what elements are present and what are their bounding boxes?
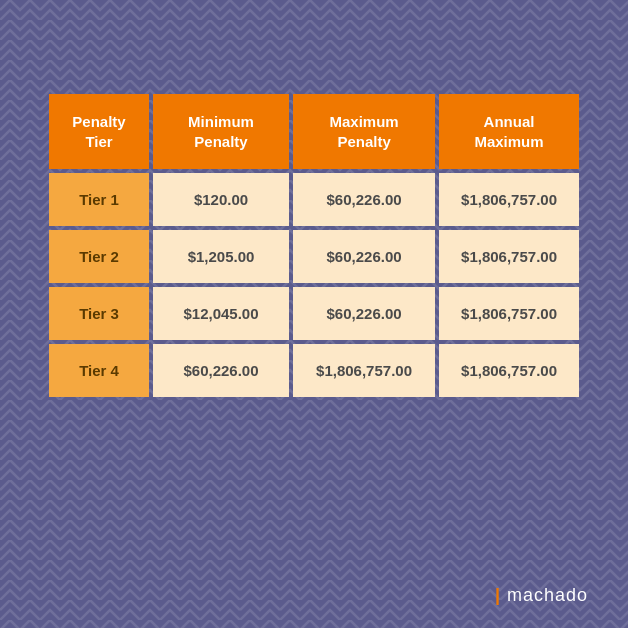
cell-annual-max: $1,806,757.00 — [439, 287, 579, 340]
cell-min-penalty: $60,226.00 — [153, 344, 289, 397]
cell-min-penalty: $12,045.00 — [153, 287, 289, 340]
header-penalty-tier: Penalty Tier — [49, 94, 149, 169]
cell-min-penalty: $1,205.00 — [153, 230, 289, 283]
penalty-table: Penalty Tier Minimum Penalty Maximum Pen… — [45, 90, 583, 401]
brand-pipe: | — [495, 585, 501, 605]
cell-min-penalty: $120.00 — [153, 173, 289, 226]
brand-tag: |machado — [495, 585, 588, 606]
header-maximum-penalty: Maximum Penalty — [293, 94, 435, 169]
cell-annual-max: $1,806,757.00 — [439, 230, 579, 283]
brand-name: machado — [507, 585, 588, 605]
cell-max-penalty: $60,226.00 — [293, 287, 435, 340]
penalty-table-wrapper: Penalty Tier Minimum Penalty Maximum Pen… — [45, 90, 583, 538]
cell-tier: Tier 3 — [49, 287, 149, 340]
table-row: Tier 3$12,045.00$60,226.00$1,806,757.00 — [49, 287, 579, 340]
cell-annual-max: $1,806,757.00 — [439, 173, 579, 226]
cell-tier: Tier 2 — [49, 230, 149, 283]
cell-tier: Tier 1 — [49, 173, 149, 226]
header-annual-maximum: Annual Maximum — [439, 94, 579, 169]
cell-max-penalty: $60,226.00 — [293, 230, 435, 283]
cell-annual-max: $1,806,757.00 — [439, 344, 579, 397]
header-minimum-penalty: Minimum Penalty — [153, 94, 289, 169]
cell-max-penalty: $60,226.00 — [293, 173, 435, 226]
table-row: Tier 1$120.00$60,226.00$1,806,757.00 — [49, 173, 579, 226]
table-row: Tier 4$60,226.00$1,806,757.00$1,806,757.… — [49, 344, 579, 397]
table-row: Tier 2$1,205.00$60,226.00$1,806,757.00 — [49, 230, 579, 283]
cell-max-penalty: $1,806,757.00 — [293, 344, 435, 397]
cell-tier: Tier 4 — [49, 344, 149, 397]
